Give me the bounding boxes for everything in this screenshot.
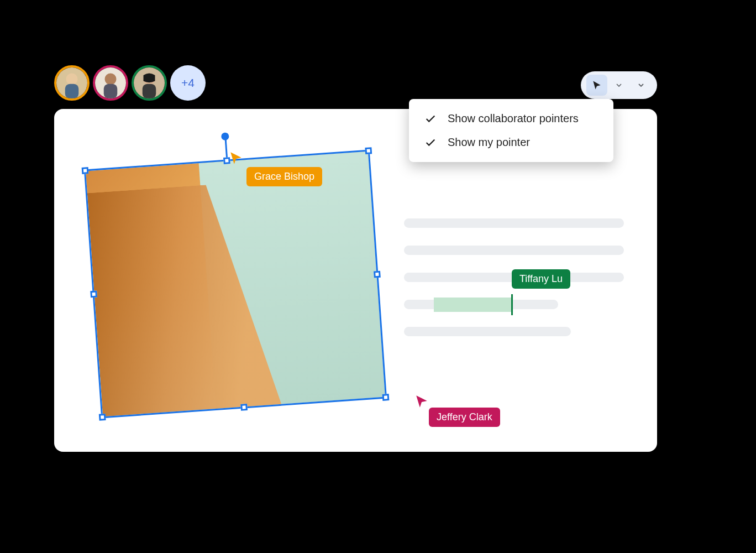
resize-handle-tr[interactable] — [365, 147, 372, 154]
slide-canvas: Show collaborator pointers Show my point… — [54, 109, 657, 452]
collaborator-tag-tiffany: Tiffany Lu — [512, 269, 570, 289]
text-line-with-selection — [404, 300, 624, 309]
avatar-1[interactable] — [54, 65, 90, 101]
cursor-tool-button[interactable] — [586, 75, 607, 96]
text-line — [404, 218, 624, 228]
svg-point-4 — [105, 74, 117, 85]
menu-item-label: Show my pointer — [448, 136, 530, 149]
collaborator-tag-grace: Grace Bishop — [246, 167, 322, 186]
text-line — [404, 246, 624, 255]
svg-point-1 — [66, 74, 78, 85]
resize-handle-r[interactable] — [374, 270, 381, 278]
text-line — [404, 327, 571, 336]
menu-item-label: Show collaborator pointers — [448, 112, 579, 125]
collaborator-tag-jeffery: Jeffery Clark — [429, 408, 500, 427]
text-selection-highlight — [434, 298, 511, 312]
collaborator-cursor-jeffery — [414, 394, 429, 411]
avatar-2[interactable] — [93, 65, 128, 101]
collaborator-avatars: +4 — [54, 65, 206, 101]
svg-rect-8 — [143, 84, 156, 98]
check-icon — [424, 137, 437, 149]
avatar-3[interactable] — [132, 65, 167, 101]
collaborator-cursor-grace — [229, 151, 243, 165]
pointer-dropdown-menu: Show collaborator pointers Show my point… — [409, 99, 613, 162]
menu-item-show-collaborator-pointers[interactable]: Show collaborator pointers — [409, 107, 613, 131]
resize-handle-l[interactable] — [90, 290, 97, 298]
resize-handle-br[interactable] — [382, 394, 390, 401]
resize-handle-b[interactable] — [240, 404, 248, 411]
svg-rect-5 — [104, 84, 118, 98]
pointer-toolbar — [581, 71, 657, 99]
resize-handle-bl[interactable] — [99, 414, 106, 421]
toolbar-expand-button[interactable] — [631, 75, 652, 96]
cursor-dropdown-caret[interactable] — [608, 75, 629, 96]
menu-item-show-my-pointer[interactable]: Show my pointer — [409, 131, 613, 154]
selected-image[interactable] — [86, 152, 385, 417]
rotation-handle[interactable] — [221, 132, 229, 140]
collaborator-caret-tiffany — [511, 294, 513, 315]
check-icon — [424, 113, 437, 125]
image-content — [86, 152, 385, 417]
resize-handle-tl[interactable] — [82, 167, 89, 174]
avatar-overflow[interactable]: +4 — [170, 65, 206, 101]
svg-rect-2 — [65, 84, 79, 98]
